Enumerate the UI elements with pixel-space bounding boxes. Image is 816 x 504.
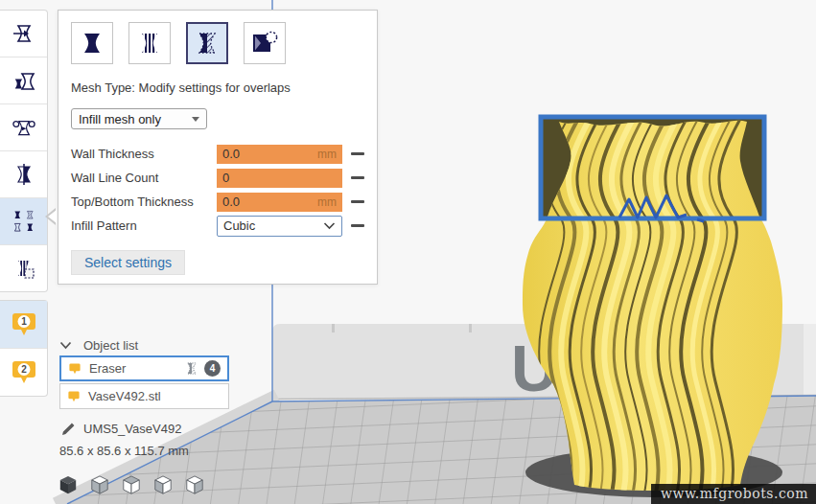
- setting-label: Top/Bottom Thickness: [71, 195, 217, 209]
- mesh-type-dont-support-overlaps-button[interactable]: [244, 22, 286, 64]
- setting-value: 0: [222, 171, 337, 185]
- chevron-down-icon: [323, 222, 336, 230]
- extruder-sidebar: 1 2: [0, 300, 48, 397]
- tool-rotate[interactable]: [0, 104, 47, 151]
- scale-tool-icon: [12, 69, 35, 92]
- view-front-button[interactable]: [89, 474, 110, 495]
- mesh-type-modify-overlaps-button[interactable]: [186, 22, 228, 64]
- pencil-icon: [61, 423, 75, 436]
- extruder-1-marker-icon: 1: [10, 311, 38, 338]
- dropdown-caret-icon: [192, 117, 199, 122]
- tool-mirror[interactable]: [0, 151, 47, 198]
- svg-text:2: 2: [21, 364, 27, 375]
- wall-line-count-input[interactable]: 0: [217, 169, 342, 188]
- tool-move[interactable]: [0, 11, 47, 57]
- plate-clip-notch: [332, 324, 335, 332]
- view-right-button[interactable]: [184, 474, 205, 495]
- view-top-button[interactable]: [121, 474, 142, 495]
- cube-front-icon: [89, 475, 110, 495]
- select-settings-button[interactable]: Select settings: [71, 250, 185, 275]
- wall-thickness-input[interactable]: 0.0 mm: [217, 145, 342, 164]
- object-row-vasev492[interactable]: VaseV492.stl: [59, 383, 229, 409]
- view-left-button[interactable]: [152, 474, 174, 495]
- move-tool-icon: [12, 22, 35, 45]
- setting-unit: mm: [317, 148, 337, 161]
- settings-count-badge: 4: [204, 360, 221, 377]
- mesh-type-dropdown[interactable]: Infill mesh only: [71, 108, 207, 129]
- normal-model-icon: [78, 29, 106, 57]
- tool-sidebar: [0, 10, 48, 292]
- cube-3d-icon: [58, 475, 79, 495]
- camera-view-buttons: [58, 474, 205, 495]
- rotate-tool-icon: [12, 116, 35, 139]
- cube-right-icon: [184, 475, 205, 495]
- setting-row-top-bottom-thickness: Top/Bottom Thickness 0.0 mm: [71, 190, 364, 214]
- object-row-label: Eraser: [89, 361, 183, 376]
- model-dimensions: 85.6 x 85.6 x 115.7 mm: [59, 444, 189, 458]
- object-row-label: VaseV492.stl: [88, 389, 221, 403]
- extruder-2-button[interactable]: 2: [0, 349, 47, 396]
- setting-unit: mm: [317, 195, 337, 209]
- support-blocker-icon: [12, 257, 35, 280]
- infill-pattern-dropdown[interactable]: Cubic: [217, 216, 342, 237]
- setting-row-infill-pattern: Infill Pattern Cubic: [71, 214, 364, 238]
- mesh-type-normal-model-button[interactable]: [71, 22, 113, 64]
- mesh-type-button-row: [71, 22, 364, 64]
- remove-setting-button[interactable]: [351, 152, 364, 155]
- project-name: UMS5_VaseV492: [83, 422, 181, 436]
- project-name-row[interactable]: UMS5_VaseV492: [61, 422, 181, 436]
- extruder-2-marker-icon: 2: [10, 359, 38, 386]
- extruder-1-button[interactable]: 1: [0, 301, 47, 349]
- mesh-type-dropdown-value: Infill mesh only: [79, 112, 192, 126]
- per-model-settings-panel: Mesh Type: Modify settings for overlaps …: [58, 10, 378, 285]
- mirror-tool-icon: [12, 163, 35, 186]
- tool-per-model-settings[interactable]: [0, 198, 47, 245]
- top-bottom-thickness-input[interactable]: 0.0 mm: [217, 193, 342, 212]
- remove-setting-button[interactable]: [351, 224, 364, 227]
- modify-overlaps-gray-icon: [183, 360, 200, 377]
- setting-label: Infill Pattern: [71, 218, 217, 233]
- cube-top-icon: [121, 475, 142, 495]
- tool-scale[interactable]: [0, 57, 47, 104]
- plate-clip-notch: [469, 324, 472, 332]
- setting-row-wall-thickness: Wall Thickness 0.0 mm: [71, 142, 364, 166]
- remove-setting-button[interactable]: [351, 176, 364, 179]
- tool-support-blocker[interactable]: [0, 245, 47, 291]
- svg-text:1: 1: [21, 316, 27, 327]
- application-window: U: [0, 0, 816, 504]
- per-model-settings-list: Wall Thickness 0.0 mm Wall Line Count 0 …: [71, 142, 364, 238]
- modify-overlaps-icon: [193, 29, 221, 57]
- watermark: www.mfgrobots.com: [651, 484, 816, 504]
- object-row-eraser[interactable]: Eraser 4: [59, 355, 229, 381]
- tag-icon: [68, 362, 82, 376]
- object-list: Object list Eraser 4 VaseV492.stl: [59, 336, 229, 409]
- tag-icon: [67, 390, 81, 403]
- per-model-settings-icon: [12, 209, 36, 234]
- remove-setting-button[interactable]: [351, 200, 364, 203]
- setting-value: 0.0: [222, 147, 317, 161]
- object-list-title: Object list: [83, 338, 138, 353]
- setting-label: Wall Line Count: [71, 171, 217, 185]
- mesh-type-print-as-support-button[interactable]: [128, 22, 171, 64]
- object-list-header[interactable]: Object list: [59, 336, 229, 354]
- chevron-down-icon: [59, 341, 72, 350]
- print-as-support-icon: [135, 29, 164, 57]
- dont-support-overlaps-icon: [250, 29, 279, 57]
- buildplate-back-wall-edge: [804, 324, 816, 400]
- view-3d-button[interactable]: [58, 474, 79, 495]
- setting-value: Cubic: [223, 218, 323, 233]
- mesh-type-label: Mesh Type: Modify settings for overlaps: [71, 80, 364, 95]
- cube-left-icon: [152, 475, 174, 495]
- setting-row-wall-line-count: Wall Line Count 0: [71, 166, 364, 190]
- setting-value: 0.0: [222, 195, 317, 209]
- setting-label: Wall Thickness: [71, 147, 217, 161]
